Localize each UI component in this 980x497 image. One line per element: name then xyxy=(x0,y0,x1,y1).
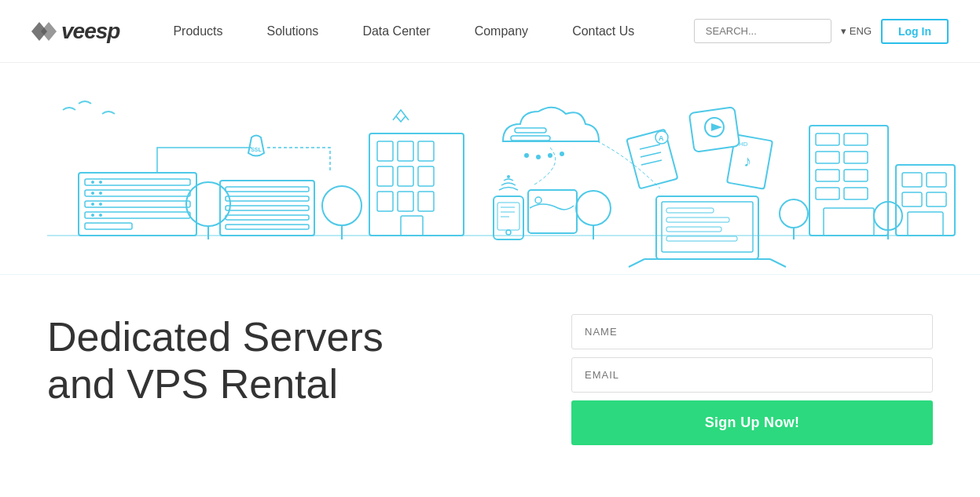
svg-rect-34 xyxy=(418,166,434,186)
logo-icon xyxy=(31,22,57,41)
svg-point-14 xyxy=(99,203,102,206)
header-right: ▾ ENG Log In xyxy=(694,19,949,44)
svg-point-10 xyxy=(99,181,102,184)
svg-rect-29 xyxy=(377,141,393,161)
svg-rect-30 xyxy=(398,141,413,161)
svg-rect-46 xyxy=(528,190,577,233)
svg-rect-28 xyxy=(369,133,464,236)
svg-rect-90 xyxy=(902,192,922,206)
nav-item-data-center[interactable]: Data Center xyxy=(340,24,452,38)
svg-point-48 xyxy=(576,191,611,225)
hero-title-line2: and VPS Rental xyxy=(47,361,338,407)
svg-rect-79 xyxy=(844,133,868,145)
svg-rect-77 xyxy=(809,126,888,236)
svg-point-15 xyxy=(91,214,94,217)
header: veesp Products Solutions Data Center Com… xyxy=(0,0,980,63)
svg-line-64 xyxy=(770,259,786,267)
nav-item-solutions[interactable]: Solutions xyxy=(245,24,341,38)
svg-rect-89 xyxy=(927,173,946,187)
login-button[interactable]: Log In xyxy=(881,19,949,44)
svg-rect-85 xyxy=(844,188,868,199)
svg-line-63 xyxy=(629,259,644,267)
svg-rect-92 xyxy=(908,212,943,236)
svg-text:HD: HD xyxy=(739,141,748,148)
svg-text:SSL: SSL xyxy=(251,147,262,152)
svg-rect-21 xyxy=(226,196,309,201)
hero-text: Dedicated Servers and VPS Rental xyxy=(47,314,524,408)
svg-rect-37 xyxy=(418,192,434,211)
svg-rect-58 xyxy=(666,208,714,213)
svg-rect-83 xyxy=(844,170,868,181)
svg-rect-35 xyxy=(377,192,393,211)
svg-rect-61 xyxy=(666,236,737,241)
hero-svg: SSL xyxy=(0,63,980,275)
svg-point-26 xyxy=(322,186,362,225)
svg-point-53 xyxy=(536,155,541,159)
svg-rect-65 xyxy=(626,130,677,189)
nav-item-company[interactable]: Company xyxy=(453,24,550,38)
svg-point-44 xyxy=(506,230,511,235)
svg-text:♪: ♪ xyxy=(743,152,751,170)
svg-rect-8 xyxy=(85,223,132,229)
svg-point-47 xyxy=(535,197,541,203)
svg-rect-20 xyxy=(226,187,309,192)
svg-rect-24 xyxy=(226,225,309,229)
lang-label: ENG xyxy=(850,25,872,37)
email-field[interactable] xyxy=(571,357,933,393)
svg-rect-19 xyxy=(220,181,314,236)
svg-point-54 xyxy=(548,153,552,158)
logo-wordmark: veesp xyxy=(61,19,119,44)
nav-item-contact-us[interactable]: Contact Us xyxy=(550,24,656,38)
svg-rect-3 xyxy=(79,173,196,236)
chevron-down-icon: ▾ xyxy=(841,25,846,37)
svg-point-17 xyxy=(186,182,230,226)
svg-point-93 xyxy=(780,199,808,228)
svg-rect-59 xyxy=(666,217,729,222)
svg-point-16 xyxy=(99,214,102,217)
svg-point-9 xyxy=(91,181,94,184)
svg-rect-82 xyxy=(816,170,839,181)
name-field[interactable] xyxy=(571,314,933,349)
svg-text:A: A xyxy=(659,134,664,142)
svg-rect-91 xyxy=(927,192,946,206)
svg-point-12 xyxy=(99,192,102,195)
content-section: Dedicated Servers and VPS Rental Sign Up… xyxy=(0,275,980,477)
nav-item-products[interactable]: Products xyxy=(151,24,244,38)
svg-rect-84 xyxy=(816,188,839,199)
svg-marker-1 xyxy=(41,22,57,41)
main-nav: Products Solutions Data Center Company C… xyxy=(151,24,693,38)
svg-rect-86 xyxy=(824,208,874,236)
svg-rect-78 xyxy=(816,133,839,145)
logo[interactable]: veesp xyxy=(31,19,119,44)
search-input[interactable] xyxy=(694,19,831,43)
svg-point-13 xyxy=(91,203,94,206)
signup-button[interactable]: Sign Up Now! xyxy=(571,400,933,445)
svg-point-11 xyxy=(91,192,94,195)
hero-illustration: SSL xyxy=(0,63,980,275)
svg-point-55 xyxy=(560,152,564,156)
svg-rect-23 xyxy=(226,215,309,220)
svg-rect-32 xyxy=(377,166,393,186)
svg-rect-38 xyxy=(401,216,423,236)
hero-title: Dedicated Servers and VPS Rental xyxy=(47,314,524,408)
language-selector[interactable]: ▾ ENG xyxy=(841,25,872,37)
svg-rect-81 xyxy=(844,152,868,163)
hero-title-line1: Dedicated Servers xyxy=(47,314,384,360)
svg-point-45 xyxy=(507,175,510,178)
svg-rect-60 xyxy=(666,227,721,232)
svg-rect-88 xyxy=(902,173,922,187)
svg-rect-33 xyxy=(398,166,413,186)
svg-rect-80 xyxy=(816,152,839,163)
svg-point-52 xyxy=(524,153,529,158)
svg-rect-36 xyxy=(398,192,413,211)
signup-form: Sign Up Now! xyxy=(571,314,933,445)
svg-rect-31 xyxy=(418,141,434,161)
svg-rect-22 xyxy=(226,206,309,210)
svg-rect-56 xyxy=(656,196,758,259)
